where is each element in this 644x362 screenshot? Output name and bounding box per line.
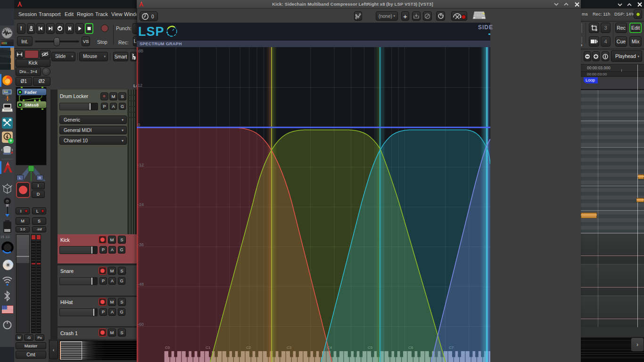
svg-text:-48: -48 — [138, 282, 144, 287]
svg-text:-60: -60 — [138, 322, 144, 327]
svg-text:dB: dB — [138, 49, 143, 53]
svg-text:12: 12 — [138, 83, 142, 88]
svg-text:-12: -12 — [138, 163, 144, 167]
svg-text:-36: -36 — [138, 242, 144, 247]
svg-text:-24: -24 — [138, 202, 144, 207]
svg-text:!: ! — [20, 26, 22, 32]
svg-text:0: 0 — [138, 123, 140, 127]
svg-text:0: 0 — [151, 14, 154, 19]
